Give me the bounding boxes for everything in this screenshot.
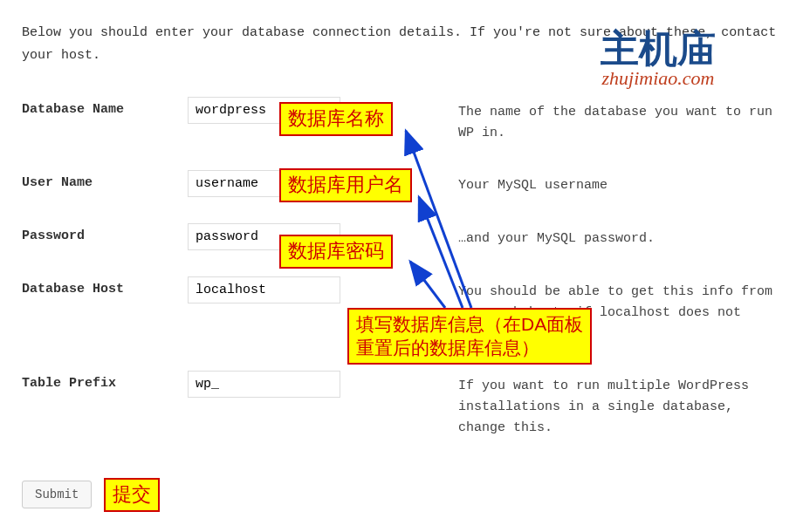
label-table-prefix: Table Prefix	[22, 371, 188, 391]
desc-table-prefix: If you want to run multiple WordPress in…	[362, 371, 781, 439]
label-database-name: Database Name	[22, 97, 188, 117]
row-password: Password …and your MySQL password.	[22, 223, 781, 250]
submit-button[interactable]: Submit	[22, 481, 92, 508]
desc-user-name: Your MySQL username	[362, 170, 781, 196]
label-password: Password	[22, 223, 188, 243]
annotation-password: 数据库密码	[279, 235, 393, 269]
annotation-user-name: 数据库用户名	[279, 168, 412, 202]
watermark: 主机庙 zhujimiao.com	[601, 31, 716, 90]
row-database-name: Database Name The name of the database y…	[22, 97, 781, 144]
label-database-host: Database Host	[22, 276, 188, 297]
row-table-prefix: Table Prefix If you want to run multiple…	[22, 371, 781, 439]
annotation-submit: 提交	[104, 478, 160, 512]
desc-password: …and your MySQL password.	[362, 223, 781, 249]
annotation-db-name: 数据库名称	[279, 102, 393, 136]
desc-database-name: The name of the database you want to run…	[362, 97, 781, 144]
watermark-en: zhujimiao.com	[601, 67, 716, 90]
label-user-name: User Name	[22, 170, 188, 190]
annotation-fill-info: 填写数据库信息（在DA面板 重置后的数据库信息）	[347, 308, 592, 365]
input-database-host[interactable]	[188, 276, 340, 304]
input-table-prefix[interactable]	[188, 371, 340, 398]
watermark-cn: 主机庙	[601, 31, 716, 69]
